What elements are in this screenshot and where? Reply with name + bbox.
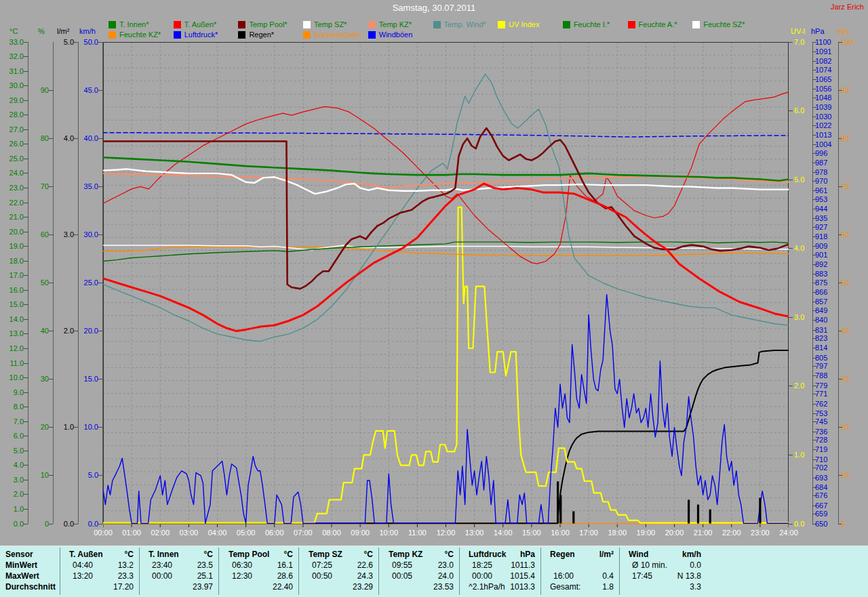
legend-label: Windböen — [379, 30, 413, 39]
axis-tick — [789, 42, 793, 43]
axis-tick-label: 5.0 — [64, 472, 98, 479]
legend-label: Temp SZ* — [314, 20, 347, 29]
axis-tick — [24, 173, 28, 173]
axis-tick-label: 5.0 — [794, 176, 804, 184]
axis-tick — [98, 90, 102, 91]
x-axis-label: 16:00 — [545, 529, 575, 537]
axis-tick-label: 693 — [815, 474, 827, 482]
axis-tick — [24, 392, 28, 393]
legend-label: UV Index — [509, 20, 539, 29]
table-avg-value: 3.3 — [624, 582, 701, 592]
x-axis-label: 15:00 — [517, 529, 547, 537]
axis-tick — [24, 217, 28, 218]
x-axis-label: 08:00 — [317, 529, 347, 537]
axis-tick-label: 35.0 — [64, 183, 98, 190]
series-t_aussen — [103, 184, 789, 331]
axis-tick — [24, 290, 28, 291]
axis-tick-label: 21.0 — [0, 213, 24, 221]
legend-label: Luftdruck* — [184, 30, 218, 39]
axis-tick — [49, 283, 53, 283]
axis-tick-label: 0 — [841, 520, 845, 528]
axis-tick-label: 32.0 — [0, 53, 24, 60]
axis-tick-label: 4.0 — [0, 461, 24, 469]
axis-tick-label: 19.0 — [0, 243, 24, 250]
table-col-unit: °C — [224, 550, 293, 559]
watermark-author: Jarz Erich — [831, 3, 864, 11]
table-avg-value: 22.40 — [224, 582, 293, 592]
legend-item: Feuchte SZ* — [692, 20, 755, 29]
table-col-unit: °C — [384, 550, 454, 559]
legend-label: T. Außen* — [184, 20, 217, 29]
axis-tick — [789, 180, 793, 180]
axis-tick-label: 0.0 — [794, 520, 804, 528]
x-axis-label: 05:00 — [231, 529, 261, 537]
axis-tick — [98, 234, 102, 235]
axis-tick — [49, 379, 53, 379]
rain-bar — [759, 498, 761, 524]
x-axis-label: 07:00 — [288, 529, 318, 537]
x-axis-label: 09:00 — [345, 529, 375, 537]
legend-item: Temp SZ* — [303, 20, 366, 29]
axis-tick — [789, 386, 793, 386]
axis-tick-label: 736 — [815, 428, 827, 436]
legend-item: Windböen — [368, 30, 431, 39]
axis-tick-label: 1048 — [815, 94, 831, 102]
axis-tick-label: 676 — [815, 492, 827, 499]
axis-tick — [24, 246, 28, 247]
axis-tick-label: 883 — [815, 270, 827, 278]
legend-item: Feuchte KZ* — [108, 30, 171, 39]
axis-tick — [24, 42, 28, 43]
x-axis-label: 14:00 — [488, 529, 518, 537]
axis-tick-label: 996 — [815, 150, 827, 157]
series-temp_wind — [103, 74, 789, 341]
x-axis-label: 10:00 — [374, 529, 403, 537]
legend-item: T. Außen* — [174, 20, 236, 29]
rain-bar — [709, 510, 711, 524]
table-separator — [619, 548, 620, 595]
axis-tick-label: 779 — [815, 382, 827, 390]
legend-swatch — [108, 31, 116, 39]
legend-item: UV Index — [498, 20, 560, 29]
table-max-value: 23.3 — [64, 571, 134, 581]
axis-tick — [24, 56, 28, 57]
x-axis-label: 24:00 — [774, 529, 804, 537]
axis-tick-label: 901 — [815, 251, 827, 259]
axis-tick — [789, 317, 793, 318]
table-avg-value: 17.20 — [64, 582, 134, 592]
axis-tick — [24, 203, 28, 203]
x-axis-label: 11:00 — [402, 529, 432, 537]
x-axis-label: 04:00 — [203, 529, 233, 537]
axis-tick — [789, 455, 793, 455]
axis-tick-label: 25.0 — [64, 279, 98, 287]
axis-tick — [98, 475, 102, 476]
legend-item: Regen* — [238, 30, 300, 39]
axis-header: km/h — [79, 27, 96, 35]
axis-tick — [24, 275, 28, 276]
axis-tick — [24, 451, 28, 451]
axis-tick — [98, 42, 102, 43]
axis-tick — [24, 71, 28, 72]
axis-tick-label: 892 — [815, 261, 827, 268]
axis-header: °C — [9, 27, 18, 35]
axis-tick-label: 2.0 — [0, 491, 24, 498]
axis-tick-label: 33.0 — [0, 39, 24, 46]
legend-label: Regen* — [249, 30, 274, 39]
axis-tick-label: 710 — [815, 456, 827, 464]
axis-tick-label: 16.0 — [0, 287, 24, 294]
axis-tick-label: 90 — [15, 87, 49, 94]
axis-tick-label: 1.0 — [0, 506, 24, 513]
axis-tick-label: 814 — [815, 344, 827, 352]
table-avg-value: 23.29 — [304, 582, 373, 592]
axis-tick-label: 944 — [815, 205, 827, 213]
axis-tick-label: 667 — [815, 502, 827, 510]
legend-item: Feuchte A.* — [628, 20, 690, 29]
axis-tick-label: 823 — [815, 335, 827, 342]
axis-tick-label: 1030 — [815, 113, 831, 121]
table-col-unit: °C — [64, 550, 134, 559]
axis-tick-label: 909 — [815, 243, 827, 250]
x-axis-label: 20:00 — [660, 529, 690, 537]
axis-tick — [24, 348, 28, 349]
legend-item: T. Innen* — [108, 20, 171, 29]
axis-tick — [24, 159, 28, 159]
table-max-value: 1015.4 — [464, 571, 535, 581]
